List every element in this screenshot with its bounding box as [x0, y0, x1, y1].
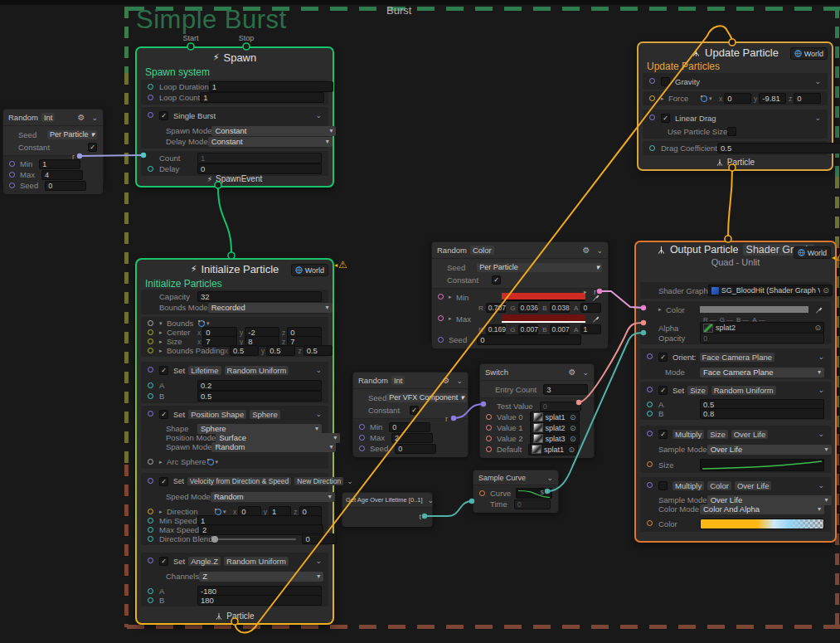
- padding-x-field[interactable]: 0.5: [230, 345, 259, 356]
- direction-port[interactable]: [148, 509, 153, 514]
- color-mode-dropdown[interactable]: Color And Alpha▾: [700, 504, 824, 514]
- color-swatch[interactable]: [700, 306, 808, 313]
- force-z-field[interactable]: 0: [794, 93, 821, 104]
- chevron-down-icon[interactable]: ⌄: [814, 114, 821, 122]
- b-port[interactable]: [647, 411, 653, 416]
- expander-icon[interactable]: ▸: [159, 459, 167, 465]
- node-header[interactable]: Get Age Over Lifetime [0..1] ⌄: [342, 493, 432, 508]
- constant-checkbox[interactable]: ✓: [88, 143, 97, 152]
- expander-icon[interactable]: ▸: [658, 306, 666, 313]
- seed-mode-dropdown[interactable]: Per VFX Component▾: [386, 393, 467, 402]
- node-switch[interactable]: Switch ⚙ ⌄ Entry Count 3 Test Value0 Val…: [479, 363, 595, 458]
- default-field[interactable]: splat1⊙: [528, 444, 578, 455]
- block-port[interactable]: [647, 482, 653, 488]
- block-port[interactable]: [649, 78, 655, 84]
- chevron-down-icon[interactable]: ⌄: [582, 368, 589, 377]
- mode-dropdown[interactable]: Face Camera Plane▾: [700, 368, 824, 378]
- chevron-down-icon[interactable]: ⌄: [428, 496, 435, 504]
- use-particle-size-checkbox[interactable]: [727, 127, 736, 136]
- min-g-field[interactable]: 0.036: [518, 303, 539, 313]
- speed-mode-dropdown[interactable]: Random▾: [211, 492, 335, 502]
- a-field[interactable]: 0.2: [197, 380, 322, 391]
- orient-checkbox[interactable]: ✓: [658, 353, 668, 362]
- a-port[interactable]: [148, 588, 153, 594]
- entry-count-field[interactable]: 3: [543, 384, 588, 395]
- node-header[interactable]: Sample Curve ⌄: [473, 470, 558, 485]
- min-speed-port[interactable]: [148, 518, 153, 524]
- min-a-field[interactable]: 0: [580, 303, 601, 313]
- node-random-color[interactable]: Random Color ⚙ ⌄ Seed Per Particle▾ Cons…: [431, 241, 609, 342]
- node-random-int-left[interactable]: Random Int ⚙ ⌄ Seed Per Particle▾ Consta…: [2, 109, 104, 187]
- set-lifetime-checkbox[interactable]: ✓: [159, 366, 168, 375]
- value0-field[interactable]: splat1⊙: [530, 412, 580, 423]
- default-port[interactable]: [486, 446, 492, 452]
- test-value-field[interactable]: 0: [540, 402, 581, 412]
- b-port[interactable]: [148, 597, 153, 603]
- node-initialize-context[interactable]: ⚡ Initialize Particle World Initialize P…: [135, 258, 334, 625]
- seed-field[interactable]: 0: [477, 334, 581, 345]
- time-field[interactable]: 0: [514, 499, 551, 509]
- chevron-down-icon[interactable]: ⌄: [818, 430, 824, 438]
- b-field[interactable]: 0.8: [700, 408, 824, 419]
- chevron-down-icon[interactable]: ⌄: [596, 246, 603, 255]
- min-port[interactable]: [359, 424, 365, 430]
- seed-mode-dropdown[interactable]: Per Particle▾: [47, 130, 97, 139]
- chevron-down-icon[interactable]: ⌄: [315, 111, 322, 119]
- gear-icon[interactable]: ⚙: [582, 246, 590, 255]
- max-field[interactable]: 4: [41, 170, 83, 180]
- world-badge[interactable]: World: [291, 264, 328, 276]
- max-port[interactable]: [359, 435, 365, 441]
- drag-coefficient-port[interactable]: [649, 145, 655, 151]
- expander-icon[interactable]: ▸: [661, 95, 668, 102]
- expander-icon[interactable]: ▸: [449, 315, 456, 322]
- direction-blend-slider[interactable]: [212, 538, 296, 540]
- expander-icon[interactable]: ▸: [449, 294, 456, 300]
- value0-port[interactable]: [486, 414, 492, 420]
- channels-dropdown[interactable]: Z▾: [199, 572, 323, 582]
- shader-graph-asset-field[interactable]: SG_BloodHit (Shader Graph Vfx As⊙: [708, 285, 833, 296]
- value1-field[interactable]: splat2⊙: [530, 422, 580, 434]
- chevron-down-icon[interactable]: ⌄: [315, 410, 322, 418]
- multiply-size-checkbox[interactable]: ✓: [658, 430, 668, 439]
- seed-port[interactable]: [438, 337, 444, 343]
- loop-count-port[interactable]: [148, 95, 153, 100]
- size-port[interactable]: [148, 339, 153, 344]
- bounds-port[interactable]: [148, 320, 153, 326]
- warning-icon[interactable]: ◂⚠: [334, 259, 347, 270]
- min-port[interactable]: [438, 294, 444, 300]
- b-field[interactable]: 180: [197, 595, 322, 606]
- chevron-down-icon[interactable]: ⌄: [818, 481, 824, 490]
- object-picker-icon[interactable]: ⊙: [570, 413, 576, 421]
- loop-duration-field[interactable]: 1: [209, 81, 333, 92]
- max-b-field[interactable]: 0.007: [550, 324, 571, 334]
- a-port[interactable]: [148, 382, 153, 388]
- linear-drag-checkbox[interactable]: ✓: [661, 114, 670, 123]
- block-port[interactable]: [148, 411, 153, 416]
- color-over-life-gradient[interactable]: [700, 519, 824, 529]
- chevron-down-icon[interactable]: ⌄: [315, 366, 322, 374]
- min-r-field[interactable]: 0.707: [486, 303, 507, 313]
- set-size-checkbox[interactable]: ✓: [658, 386, 668, 395]
- chevron-down-icon[interactable]: ⌄: [546, 474, 553, 482]
- chevron-down-icon[interactable]: ⌄: [347, 477, 353, 485]
- single-burst-checkbox[interactable]: ✓: [159, 111, 168, 120]
- min-field[interactable]: 0: [389, 422, 430, 432]
- loop-duration-port[interactable]: [148, 84, 153, 90]
- node-update-context[interactable]: Update Particle World Update Particles G…: [637, 41, 833, 171]
- seed-field[interactable]: 0: [45, 181, 86, 191]
- value2-field[interactable]: splat3⊙: [530, 433, 580, 445]
- seed-field[interactable]: 0: [395, 444, 436, 454]
- curve-thumbnail[interactable]: [516, 488, 552, 499]
- space-gizmo-icon[interactable]: ▾: [700, 95, 716, 103]
- min-b-field[interactable]: 0.038: [550, 303, 571, 313]
- padding-z-field[interactable]: 0.5: [303, 345, 333, 356]
- min-color-swatch[interactable]: [502, 293, 585, 301]
- spawn-mode-dropdown[interactable]: Random▾: [211, 442, 336, 452]
- b-field[interactable]: 0.5: [197, 391, 322, 402]
- drag-coefficient-field[interactable]: 0.5: [717, 143, 840, 153]
- max-g-field[interactable]: 0.007: [518, 324, 539, 334]
- node-random-int-center[interactable]: Random Int ⚙ ⌄ Seed Per VFX Component▾ C…: [352, 372, 469, 456]
- seed-port[interactable]: [359, 446, 365, 451]
- object-picker-icon[interactable]: ⊙: [814, 324, 821, 332]
- block-port[interactable]: [647, 353, 653, 359]
